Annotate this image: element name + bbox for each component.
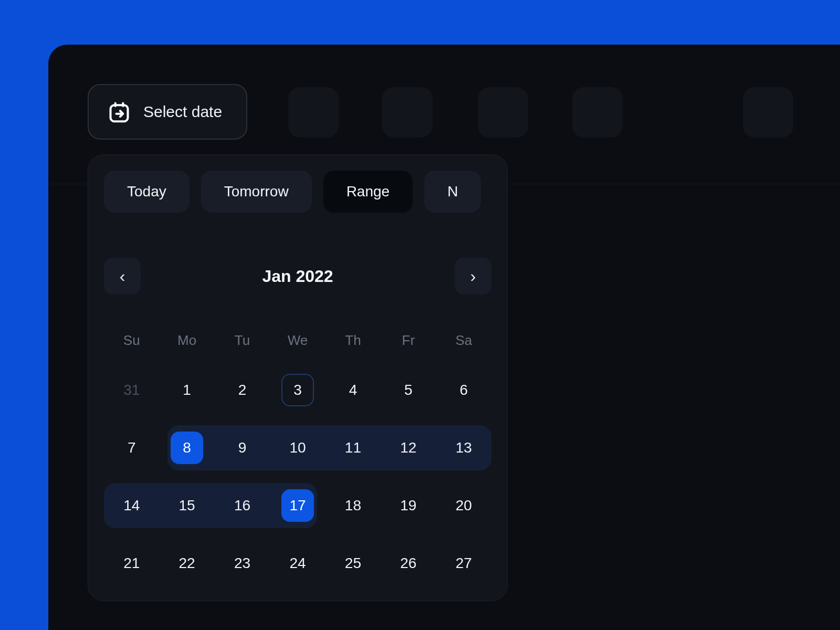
- calendar-day[interactable]: 21: [104, 547, 159, 580]
- calendar-day[interactable]: 14: [104, 489, 159, 522]
- weekday-header: Su: [104, 332, 159, 349]
- calendar-day-number: 9: [226, 432, 259, 464]
- calendar-day-number: 6: [447, 374, 480, 406]
- calendar-day-number: 26: [392, 547, 425, 580]
- calendar-day-number: 5: [392, 374, 425, 406]
- calendar-day[interactable]: 18: [326, 489, 381, 522]
- calendar-day[interactable]: 19: [381, 489, 436, 522]
- prev-month-button[interactable]: ‹: [104, 258, 141, 295]
- calendar-day[interactable]: 23: [215, 547, 270, 580]
- weekday-header: Mo: [159, 332, 214, 349]
- calendar-day[interactable]: 2: [215, 374, 270, 406]
- calendar-day[interactable]: 25: [326, 547, 381, 580]
- preset-chip[interactable]: Range: [323, 171, 413, 213]
- calendar-day-number: 3: [281, 374, 314, 406]
- next-month-button[interactable]: ›: [455, 258, 491, 295]
- calendar-day[interactable]: 17: [270, 489, 325, 522]
- header-placeholder: [288, 87, 339, 138]
- weekday-header: Sa: [436, 332, 491, 349]
- calendar-day[interactable]: 20: [436, 489, 491, 522]
- calendar-day-number: 18: [337, 489, 369, 522]
- header-placeholder: [743, 87, 793, 138]
- calendar-arrow-icon: [108, 100, 131, 123]
- month-label: Jan 2022: [262, 267, 333, 286]
- calendar-day[interactable]: 4: [326, 374, 381, 406]
- header-placeholder: [382, 87, 433, 138]
- select-date-label: Select date: [143, 103, 222, 121]
- calendar-day-number: 14: [116, 489, 148, 522]
- calendar-day[interactable]: 6: [436, 374, 491, 406]
- calendar-grid: SuMoTuWeThFrSa31123456789101112131415161…: [104, 332, 491, 580]
- calendar-day[interactable]: 27: [436, 547, 491, 580]
- preset-chip[interactable]: N: [424, 171, 481, 213]
- calendar-day-number: 23: [226, 547, 259, 580]
- calendar-day[interactable]: 11: [326, 432, 381, 464]
- preset-chip[interactable]: Today: [104, 171, 190, 213]
- calendar-day[interactable]: 1: [159, 374, 214, 406]
- calendar-day-number: 15: [171, 489, 203, 522]
- calendar-day-number: 13: [447, 432, 480, 464]
- calendar-day-number: 22: [171, 547, 203, 580]
- calendar-day-number: 20: [447, 489, 480, 522]
- chevron-right-icon: ›: [470, 267, 476, 286]
- calendar-day-number: 31: [116, 374, 148, 406]
- calendar-day-number: 16: [226, 489, 259, 522]
- calendar-day[interactable]: 3: [270, 374, 325, 406]
- calendar-day[interactable]: 22: [159, 547, 214, 580]
- calendar-day-number: 7: [116, 432, 148, 464]
- calendar-day[interactable]: 15: [159, 489, 214, 522]
- datepicker-popover: TodayTomorrowRangeN ‹ Jan 2022 › SuMoTuW…: [88, 154, 508, 601]
- calendar-day: 31: [104, 374, 159, 406]
- calendar-day[interactable]: 13: [436, 432, 491, 464]
- calendar-day[interactable]: 7: [104, 432, 159, 464]
- calendar-day[interactable]: 9: [215, 432, 270, 464]
- weekday-header: Fr: [381, 332, 436, 349]
- weekday-header: Tu: [215, 332, 270, 349]
- calendar-day-number: 12: [392, 432, 425, 464]
- calendar-day[interactable]: 24: [270, 547, 325, 580]
- calendar-day-number: 25: [337, 547, 369, 580]
- calendar-day-number: 27: [447, 547, 480, 580]
- header-placeholder: [478, 87, 528, 138]
- weekday-header: Th: [326, 332, 381, 349]
- chevron-left-icon: ‹: [120, 267, 125, 286]
- calendar-day-number: 1: [171, 374, 203, 406]
- calendar-day-number: 24: [281, 547, 314, 580]
- calendar-day-number: 19: [392, 489, 425, 522]
- calendar-day[interactable]: 10: [270, 432, 325, 464]
- calendar-day[interactable]: 8: [159, 432, 214, 464]
- calendar-day-number: 4: [337, 374, 369, 406]
- header-placeholder: [572, 87, 623, 138]
- calendar-day-number: 11: [337, 432, 369, 464]
- calendar-day[interactable]: 12: [381, 432, 436, 464]
- preset-chip[interactable]: Tomorrow: [201, 171, 312, 213]
- calendar-day-number: 10: [281, 432, 314, 464]
- weekday-header: We: [270, 332, 325, 349]
- calendar-day[interactable]: 26: [381, 547, 436, 580]
- calendar-day-number: 17: [281, 489, 314, 522]
- calendar-day-number: 8: [171, 432, 203, 464]
- calendar-day-number: 21: [116, 547, 148, 580]
- calendar-day[interactable]: 16: [215, 489, 270, 522]
- preset-chip-row: TodayTomorrowRangeN: [104, 171, 491, 213]
- calendar-day[interactable]: 5: [381, 374, 436, 406]
- month-nav: ‹ Jan 2022 ›: [104, 258, 491, 295]
- calendar-day-number: 2: [226, 374, 259, 406]
- select-date-button[interactable]: Select date: [88, 84, 247, 140]
